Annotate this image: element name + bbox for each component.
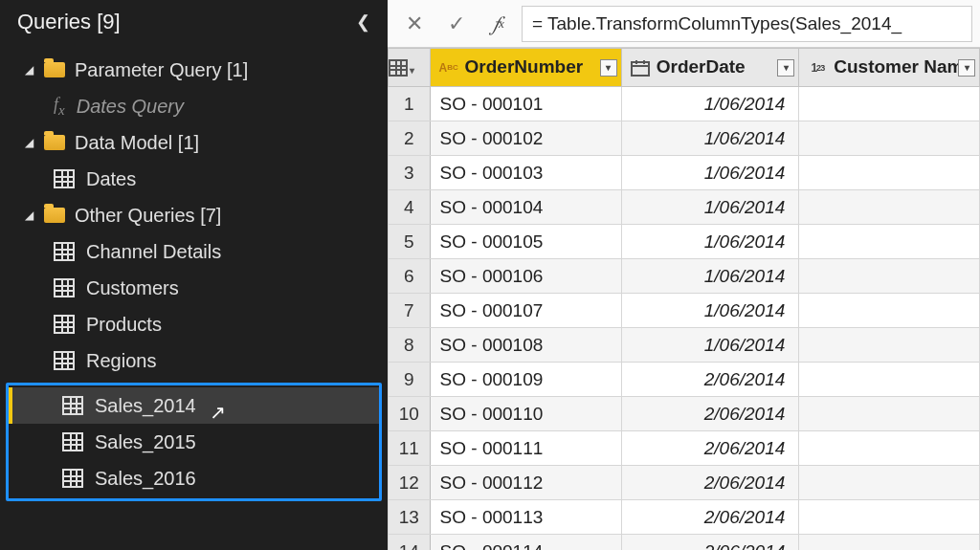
table-row[interactable]: 4 SO - 000104 1/06/2014 <box>389 190 980 225</box>
cell-ordernumber[interactable]: SO - 000107 <box>430 294 621 328</box>
cell-customer[interactable] <box>799 156 980 190</box>
query-item[interactable]: Regions <box>0 342 388 379</box>
cancel-formula-button[interactable]: ✕ <box>395 6 434 42</box>
query-group[interactable]: ◢ Data Model [1] <box>0 124 388 161</box>
cell-ordernumber[interactable]: SO - 000103 <box>430 156 621 190</box>
fx-icon: 𝑓x <box>479 6 518 42</box>
table-row[interactable]: 12 SO - 000112 2/06/2014 <box>389 466 980 500</box>
query-item[interactable]: Dates <box>0 161 388 197</box>
cell-customer[interactable] <box>799 190 980 225</box>
cell-orderdate[interactable]: 1/06/2014 <box>621 121 799 156</box>
cell-ordernumber[interactable]: SO - 000109 <box>430 363 621 397</box>
table-row[interactable]: 13 SO - 000113 2/06/2014 <box>389 500 980 535</box>
query-item[interactable]: Sales_2015 <box>9 424 379 460</box>
cell-ordernumber[interactable]: SO - 000106 <box>430 259 621 294</box>
annotation-highlight-box: Sales_2014↖Sales_2015Sales_2016 <box>6 383 382 501</box>
row-number[interactable]: 4 <box>389 190 431 225</box>
row-number[interactable]: 6 <box>389 259 431 294</box>
cell-customer[interactable] <box>799 328 980 363</box>
table-row[interactable]: 11 SO - 000111 2/06/2014 <box>389 431 980 466</box>
svg-rect-0 <box>632 62 649 76</box>
cell-orderdate[interactable]: 2/06/2014 <box>621 535 799 551</box>
column-filter-button[interactable]: ▾ <box>777 59 794 77</box>
chevron-down-icon: ◢ <box>25 63 38 77</box>
table-row[interactable]: 9 SO - 000109 2/06/2014 <box>389 363 980 397</box>
cell-customer[interactable] <box>799 121 980 156</box>
query-group[interactable]: ◢ Parameter Query [1] <box>0 52 388 88</box>
commit-formula-button[interactable]: ✓ <box>437 6 476 42</box>
cell-customer[interactable] <box>799 500 980 535</box>
table-row[interactable]: 8 SO - 000108 1/06/2014 <box>389 328 980 363</box>
cell-customer[interactable] <box>799 431 980 466</box>
cell-orderdate[interactable]: 2/06/2014 <box>621 466 799 500</box>
column-header[interactable]: 123Customer Name ▾ <box>799 49 980 87</box>
row-number[interactable]: 10 <box>389 397 431 431</box>
row-number[interactable]: 9 <box>389 363 431 397</box>
cell-ordernumber[interactable]: SO - 000104 <box>430 190 621 225</box>
row-number[interactable]: 8 <box>389 328 431 363</box>
row-number[interactable]: 5 <box>389 225 431 259</box>
cell-customer[interactable] <box>799 87 980 121</box>
cell-customer[interactable] <box>799 294 980 328</box>
cell-ordernumber[interactable]: SO - 000101 <box>430 87 621 121</box>
cell-customer[interactable] <box>799 363 980 397</box>
row-number[interactable]: 2 <box>389 121 431 156</box>
cell-ordernumber[interactable]: SO - 000108 <box>430 328 621 363</box>
row-number[interactable]: 11 <box>389 431 431 466</box>
row-number[interactable]: 3 <box>389 156 431 190</box>
table-row[interactable]: 7 SO - 000107 1/06/2014 <box>389 294 980 328</box>
cell-ordernumber[interactable]: SO - 000111 <box>430 431 621 466</box>
table-icon <box>62 396 83 415</box>
cell-customer[interactable] <box>799 397 980 431</box>
cell-ordernumber[interactable]: SO - 000105 <box>430 225 621 259</box>
query-item-selected[interactable]: Sales_2014↖ <box>9 387 379 424</box>
cell-orderdate[interactable]: 2/06/2014 <box>621 363 799 397</box>
cell-customer[interactable] <box>799 466 980 500</box>
select-all-cell[interactable]: ▾ <box>389 49 431 87</box>
table-row[interactable]: 5 SO - 000105 1/06/2014 <box>389 225 980 259</box>
query-item[interactable]: Customers <box>0 270 388 306</box>
table-row[interactable]: 10 SO - 000110 2/06/2014 <box>389 397 980 431</box>
column-header[interactable]: OrderDate ▾ <box>621 49 799 87</box>
row-number[interactable]: 1 <box>389 87 431 121</box>
row-number[interactable]: 14 <box>389 535 431 551</box>
row-number[interactable]: 13 <box>389 500 431 535</box>
query-tree: ◢ Parameter Query [1]fxDates Query◢ Data… <box>0 48 388 509</box>
cell-orderdate[interactable]: 1/06/2014 <box>621 294 799 328</box>
cell-customer[interactable] <box>799 535 980 551</box>
query-item[interactable]: Products <box>0 306 388 342</box>
cell-orderdate[interactable]: 1/06/2014 <box>621 328 799 363</box>
table-row[interactable]: 14 SO - 000114 2/06/2014 <box>389 535 980 551</box>
cell-ordernumber[interactable]: SO - 000114 <box>430 535 621 551</box>
cell-customer[interactable] <box>799 259 980 294</box>
column-filter-button[interactable]: ▾ <box>958 59 975 77</box>
cell-customer[interactable] <box>799 225 980 259</box>
table-row[interactable]: 1 SO - 000101 1/06/2014 <box>389 87 980 121</box>
column-header[interactable]: ABCOrderNumber ▾ <box>430 49 621 87</box>
cell-ordernumber[interactable]: SO - 000112 <box>430 466 621 500</box>
table-row[interactable]: 2 SO - 000102 1/06/2014 <box>389 121 980 156</box>
query-item[interactable]: fxDates Query <box>0 88 388 124</box>
cell-ordernumber[interactable]: SO - 000102 <box>430 121 621 156</box>
row-number[interactable]: 7 <box>389 294 431 328</box>
cell-ordernumber[interactable]: SO - 000113 <box>430 500 621 535</box>
row-number[interactable]: 12 <box>389 466 431 500</box>
cell-orderdate[interactable]: 2/06/2014 <box>621 397 799 431</box>
column-filter-button[interactable]: ▾ <box>600 59 617 77</box>
sidebar-collapse-button[interactable]: ❮ <box>356 11 370 33</box>
cell-orderdate[interactable]: 2/06/2014 <box>621 500 799 535</box>
cell-orderdate[interactable]: 1/06/2014 <box>621 225 799 259</box>
cell-orderdate[interactable]: 1/06/2014 <box>621 259 799 294</box>
cell-ordernumber[interactable]: SO - 000110 <box>430 397 621 431</box>
table-row[interactable]: 3 SO - 000103 1/06/2014 <box>389 156 980 190</box>
cell-orderdate[interactable]: 1/06/2014 <box>621 190 799 225</box>
table-row[interactable]: 6 SO - 000106 1/06/2014 <box>389 259 980 294</box>
query-group[interactable]: ◢ Other Queries [7] <box>0 197 388 233</box>
cell-orderdate[interactable]: 2/06/2014 <box>621 431 799 466</box>
query-item[interactable]: Channel Details <box>0 233 388 270</box>
formula-input[interactable]: = Table.TransformColumnTypes(Sales_2014_ <box>522 6 972 42</box>
cell-orderdate[interactable]: 1/06/2014 <box>621 156 799 190</box>
chevron-down-icon: ◢ <box>25 209 38 222</box>
cell-orderdate[interactable]: 1/06/2014 <box>621 87 799 121</box>
query-item[interactable]: Sales_2016 <box>9 460 379 496</box>
